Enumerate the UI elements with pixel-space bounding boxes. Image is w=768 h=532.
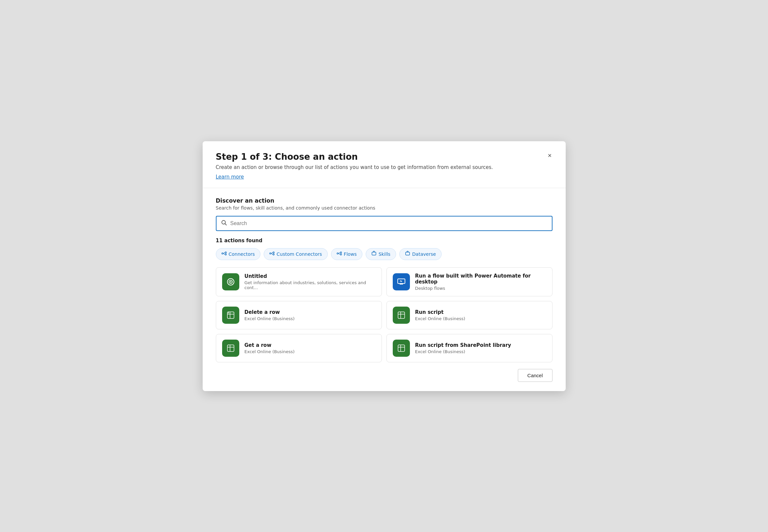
action-source-desktop-flow: Desktop flows <box>415 286 546 291</box>
action-source-run-script-sharepoint: Excel Online (Business) <box>415 349 511 354</box>
action-source-run-script: Excel Online (Business) <box>415 316 465 321</box>
svg-rect-29 <box>398 312 405 318</box>
actions-found-label: 11 actions found <box>216 238 552 244</box>
action-source-untitled: Get information about industries, soluti… <box>245 280 376 290</box>
action-icon-get-row <box>222 340 239 357</box>
action-name-desktop-flow: Run a flow built with Power Automate for… <box>415 273 546 285</box>
svg-point-4 <box>225 254 226 255</box>
svg-line-16 <box>338 253 340 254</box>
choose-action-dialog: Step 1 of 3: Choose an action Create an … <box>203 141 566 391</box>
action-name-run-script-sharepoint: Run script from SharePoint library <box>415 342 511 348</box>
action-icon-run-script <box>393 307 410 324</box>
filter-connectors[interactable]: Connectors <box>216 248 261 260</box>
svg-point-8 <box>273 252 274 253</box>
action-card-delete-row[interactable]: X Delete a row Excel Online (Business) <box>216 301 382 329</box>
action-card-get-row[interactable]: Get a row Excel Online (Business) <box>216 334 382 362</box>
svg-point-3 <box>225 252 226 253</box>
filter-dataverse[interactable]: Dataverse <box>399 248 442 260</box>
action-source-get-row: Excel Online (Business) <box>245 349 295 354</box>
search-box <box>216 216 552 231</box>
svg-rect-18 <box>406 252 410 255</box>
action-icon-run-script-sharepoint <box>393 340 410 357</box>
svg-line-10 <box>271 252 273 253</box>
svg-line-1 <box>225 223 226 225</box>
svg-point-21 <box>230 281 231 283</box>
skills-label: Skills <box>379 251 390 257</box>
svg-text:X: X <box>228 312 229 314</box>
action-card-run-script-sharepoint[interactable]: Run script from SharePoint library Excel… <box>386 334 552 362</box>
svg-point-12 <box>337 253 338 254</box>
custom-connectors-icon <box>269 251 275 257</box>
dialog-header: Step 1 of 3: Choose an action Create an … <box>203 141 566 188</box>
close-button[interactable]: × <box>545 150 555 161</box>
action-icon-delete-row: X <box>222 307 239 324</box>
svg-rect-22 <box>398 279 405 283</box>
svg-point-14 <box>340 254 342 255</box>
svg-line-11 <box>271 253 273 254</box>
action-icon-desktop-flow <box>393 273 410 290</box>
filter-skills[interactable]: Skills <box>366 248 396 260</box>
action-name-get-row: Get a row <box>245 342 295 348</box>
svg-line-6 <box>223 253 225 254</box>
filter-pills: Connectors Custom Connectors <box>216 248 552 260</box>
action-card-untitled[interactable]: Untitled Get information about industrie… <box>216 267 382 296</box>
discover-description: Search for flows, skill actions, and com… <box>216 205 552 211</box>
filter-flows[interactable]: Flows <box>331 248 362 260</box>
action-name-delete-row: Delete a row <box>245 309 295 315</box>
svg-point-9 <box>273 254 274 255</box>
learn-more-link[interactable]: Learn more <box>216 174 244 180</box>
dialog-footer: Cancel <box>203 362 566 391</box>
svg-rect-35 <box>398 345 405 351</box>
dialog-subtitle: Create an action or browse through our l… <box>216 164 552 170</box>
flows-icon <box>337 251 342 257</box>
connectors-label: Connectors <box>229 251 255 257</box>
dialog-title: Step 1 of 3: Choose an action <box>216 152 552 162</box>
dialog-body: Discover an action Search for flows, ski… <box>203 188 566 362</box>
svg-rect-32 <box>227 345 234 351</box>
action-source-delete-row: Excel Online (Business) <box>245 316 295 321</box>
action-icon-untitled <box>222 273 239 290</box>
dataverse-icon <box>405 251 410 257</box>
search-icon <box>221 220 227 227</box>
action-name-untitled: Untitled <box>245 273 376 279</box>
custom-connectors-label: Custom Connectors <box>277 251 322 257</box>
cancel-button[interactable]: Cancel <box>518 369 552 382</box>
svg-point-7 <box>270 253 271 254</box>
svg-rect-17 <box>372 252 376 255</box>
dataverse-label: Dataverse <box>412 251 436 257</box>
skills-icon <box>371 251 377 257</box>
filter-custom-connectors[interactable]: Custom Connectors <box>264 248 328 260</box>
svg-line-15 <box>338 252 340 253</box>
search-input[interactable] <box>230 220 547 226</box>
action-card-run-script[interactable]: Run script Excel Online (Business) <box>386 301 552 329</box>
flows-label: Flows <box>344 251 357 257</box>
action-card-run-desktop-flow[interactable]: Run a flow built with Power Automate for… <box>386 267 552 296</box>
svg-line-5 <box>223 252 225 253</box>
svg-point-2 <box>222 253 223 254</box>
actions-grid: Untitled Get information about industrie… <box>216 267 552 362</box>
discover-title: Discover an action <box>216 197 552 204</box>
svg-point-13 <box>340 252 342 253</box>
action-name-run-script: Run script <box>415 309 465 315</box>
connectors-icon <box>221 251 227 257</box>
